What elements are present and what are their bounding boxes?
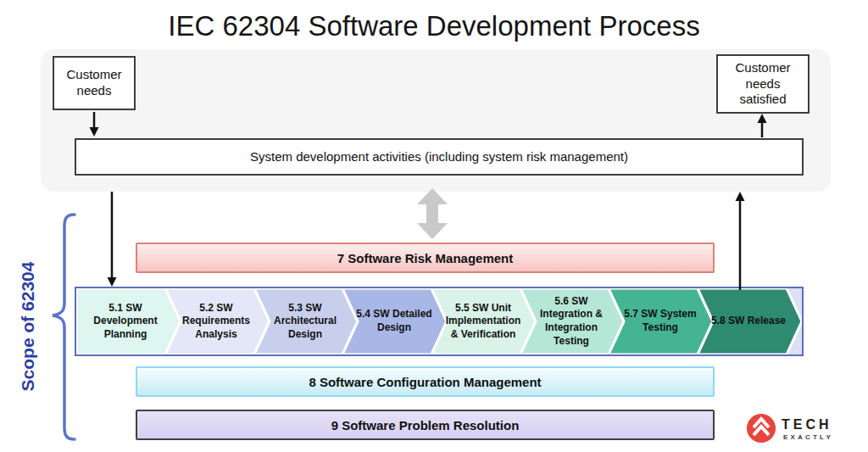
chevron-step-5-6: 5.6 SW Integration & Integration Testing bbox=[527, 288, 615, 354]
diagram-canvas: IEC 62304 Software Development Process C… bbox=[0, 0, 868, 452]
customer-needs-satisfied-box: Customer needs satisfied bbox=[716, 54, 810, 114]
risk-management-label: 7 Software Risk Management bbox=[337, 251, 514, 265]
chevron-step-5-1: 5.1 SW Development Planning bbox=[81, 288, 170, 354]
double-arrow-icon bbox=[417, 188, 448, 239]
problem-resolution-label: 9 Software Problem Resolution bbox=[331, 418, 520, 432]
customer-needs-satisfied-label: Customer needs satisfied bbox=[721, 60, 804, 108]
chevron-step-5-3: 5.3 SW Architectural Design bbox=[261, 288, 349, 354]
logo-text: TECH bbox=[782, 417, 832, 432]
scope-bracket-icon bbox=[53, 215, 75, 439]
chevron-step-5-4: 5.4 SW Detailed Design bbox=[350, 288, 438, 354]
chevron-step-5-5: 5.5 SW Unit Implementation & Verificatio… bbox=[439, 288, 527, 354]
risk-management-bar: 7 Software Risk Management bbox=[136, 243, 715, 273]
arrow-release-to-system-icon bbox=[736, 192, 745, 290]
logo-subtext: EXACTLY bbox=[783, 433, 833, 441]
system-activities-box: System development activities (including… bbox=[75, 138, 804, 176]
scope-label: Scope of 62304 bbox=[13, 242, 43, 411]
arrow-system-to-process-icon bbox=[108, 192, 117, 287]
chevron-step-5-7: 5.7 SW System Testing bbox=[616, 288, 704, 354]
techexactly-logo: TECH EXACTLY bbox=[743, 410, 861, 448]
customer-needs-box: Customer needs bbox=[53, 56, 136, 110]
page-title: IEC 62304 Software Development Process bbox=[0, 10, 868, 42]
config-management-label: 8 Software Configuration Management bbox=[309, 375, 541, 389]
logo-icon bbox=[743, 410, 780, 448]
config-management-bar: 8 Software Configuration Management bbox=[136, 366, 715, 397]
problem-resolution-bar: 9 Software Problem Resolution bbox=[136, 410, 715, 440]
chevron-step-5-2: 5.2 SW Requirements Analysis bbox=[172, 288, 260, 354]
chevron-step-5-8: 5.8 SW Release bbox=[704, 288, 793, 354]
system-activities-label: System development activities (including… bbox=[250, 149, 628, 165]
customer-needs-label: Customer needs bbox=[58, 67, 131, 99]
